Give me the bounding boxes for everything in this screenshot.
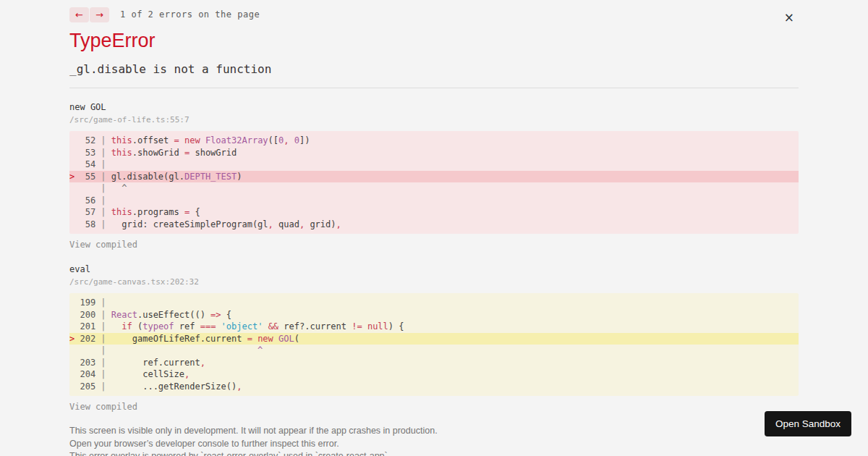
line-pipe: | <box>95 345 111 355</box>
line-marker <box>69 321 80 332</box>
line-number: 52 <box>80 135 95 145</box>
line-marker <box>69 195 80 206</box>
line-number: 200 <box>80 310 95 320</box>
line-marker <box>69 135 80 145</box>
line-marker <box>69 297 80 308</box>
code-line: 56 | <box>69 195 799 207</box>
frame-file-path: /src/game-canvas.tsx:202:32 <box>69 277 799 287</box>
code-line: 52 | this.offset = new Float32Array([0, … <box>69 135 799 147</box>
code-content: ...getRenderSize(), <box>111 381 242 392</box>
line-number: 58 <box>80 219 95 229</box>
line-number: 204 <box>80 369 95 379</box>
line-pipe: | <box>95 334 111 344</box>
line-marker <box>69 148 80 158</box>
code-line: | ^ <box>69 345 799 357</box>
line-marker <box>69 207 80 217</box>
code-content: this.offset = new Float32Array([0, 0]) <box>111 135 310 145</box>
code-block: 52 | this.offset = new Float32Array([0, … <box>69 131 799 234</box>
code-line: 201 | if (typeof ref === 'object' && ref… <box>69 321 799 333</box>
line-marker <box>69 219 80 229</box>
code-line: 54 | <box>69 159 799 171</box>
footer-line: Open your browser’s developer console to… <box>69 439 799 449</box>
open-sandbox-button[interactable]: Open Sandbox <box>765 411 851 436</box>
code-content: if (typeof ref === 'object' && ref?.curr… <box>111 321 404 332</box>
footer-line: This screen is visible only in developme… <box>69 426 799 436</box>
line-marker: > <box>69 172 80 182</box>
line-marker <box>69 310 80 320</box>
line-number <box>80 345 95 355</box>
divider <box>69 88 799 88</box>
line-number: 205 <box>80 381 95 392</box>
error-type-title: TypeError <box>69 30 799 51</box>
footer-line: This error overlay is powered by `react-… <box>69 452 799 456</box>
code-line: 204 | cellSize, <box>69 368 799 381</box>
line-pipe: | <box>95 148 111 158</box>
code-line: | ^ <box>69 182 799 195</box>
view-compiled-link[interactable]: View compiled <box>69 402 137 413</box>
close-icon[interactable]: × <box>783 10 796 25</box>
line-number: 201 <box>80 321 95 332</box>
code-line: > 55 | gl.disable(gl.DEPTH_TEST) <box>69 171 799 183</box>
line-number: 53 <box>80 148 95 158</box>
line-pipe: | <box>95 381 111 392</box>
line-pipe: | <box>95 135 111 145</box>
error-nav: ← → 1 of 2 errors on the page <box>69 7 799 22</box>
code-content: gl.disable(gl.DEPTH_TEST) <box>111 172 242 182</box>
line-pipe: | <box>95 369 111 379</box>
code-content: this.showGrid = showGrid <box>111 148 237 158</box>
frame-function-name: eval <box>69 264 799 275</box>
code-content: React.useEffect(() => { <box>111 310 231 320</box>
line-number: 202 <box>80 334 95 344</box>
line-pipe: | <box>95 183 111 193</box>
code-content: grid: createSimpleProgram(gl, quad, grid… <box>111 219 341 229</box>
code-line: 58 | grid: createSimpleProgram(gl, quad,… <box>69 219 799 231</box>
line-pipe: | <box>95 159 111 169</box>
line-pipe: | <box>95 310 111 320</box>
line-pipe: | <box>95 321 111 332</box>
frame-function-name: new GOL <box>69 102 799 113</box>
error-overlay: ← → 1 of 2 errors on the page × TypeErro… <box>0 0 868 449</box>
line-number <box>80 183 95 193</box>
code-line: > 202 | gameOfLifeRef.current = new GOL( <box>69 333 799 345</box>
code-content: ref.current, <box>111 358 205 368</box>
line-number: 57 <box>80 207 95 217</box>
line-number: 54 <box>80 159 95 169</box>
line-pipe: | <box>95 297 111 308</box>
code-line: 199 | <box>69 297 799 309</box>
line-number: 56 <box>80 195 95 206</box>
code-content: ^ <box>111 345 263 355</box>
line-marker <box>69 345 80 355</box>
line-number: 55 <box>80 172 95 182</box>
code-content: gameOfLifeRef.current = new GOL( <box>111 334 299 344</box>
error-counter: 1 of 2 errors on the page <box>120 9 260 20</box>
line-pipe: | <box>95 207 111 217</box>
line-marker <box>69 183 80 193</box>
line-marker: > <box>69 334 80 344</box>
code-content: this.programs = { <box>111 207 200 217</box>
code-line: 200 | React.useEffect(() => { <box>69 309 799 321</box>
line-marker <box>69 381 80 392</box>
code-line: 203 | ref.current, <box>69 357 799 369</box>
line-marker <box>69 358 80 368</box>
line-pipe: | <box>95 219 111 229</box>
code-line: 57 | this.programs = { <box>69 206 799 219</box>
view-compiled-link[interactable]: View compiled <box>69 240 137 250</box>
code-block: 199 | 200 | React.useEffect(() => { 201 … <box>69 293 799 396</box>
prev-error-button[interactable]: ← <box>69 7 89 22</box>
line-pipe: | <box>95 358 111 368</box>
next-error-button[interactable]: → <box>90 7 109 22</box>
line-pipe: | <box>95 195 111 206</box>
code-content: cellSize, <box>111 369 190 379</box>
line-number: 199 <box>80 297 95 308</box>
line-number: 203 <box>80 358 95 368</box>
frame-file-path: /src/game-of-life.ts:55:7 <box>69 115 799 124</box>
code-line: 53 | this.showGrid = showGrid <box>69 147 799 159</box>
line-marker <box>69 159 80 169</box>
footer-notes: This screen is visible only in developme… <box>69 426 799 456</box>
error-message: _gl.disable is not a function <box>69 62 799 76</box>
code-line: 205 | ...getRenderSize(), <box>69 381 799 393</box>
code-content: ^ <box>111 183 127 193</box>
stack-frames: new GOL/src/game-of-life.ts:55:7 52 | th… <box>69 102 799 413</box>
line-marker <box>69 369 80 379</box>
line-pipe: | <box>95 172 111 182</box>
